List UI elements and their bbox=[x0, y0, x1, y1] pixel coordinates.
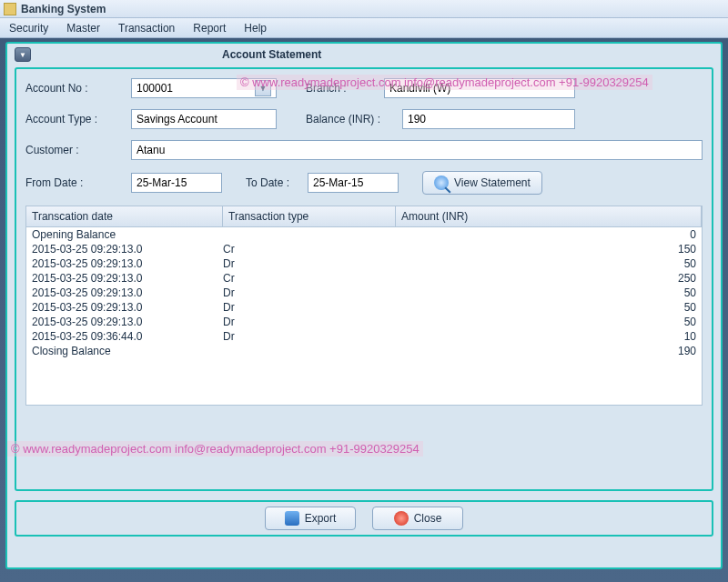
table-row[interactable]: 2015-03-25 09:36:44.0Dr10 bbox=[26, 329, 702, 344]
watermark-bottom: © www.readymadeproject.com info@readymad… bbox=[7, 441, 423, 457]
menu-master[interactable]: Master bbox=[66, 22, 100, 35]
watermark-top: © www.readymadeproject.com info@readymad… bbox=[237, 75, 652, 90]
menu-report[interactable]: Report bbox=[193, 22, 226, 35]
table-row[interactable]: Closing Balance190 bbox=[26, 344, 702, 358]
menu-help[interactable]: Help bbox=[244, 22, 267, 35]
table-row[interactable]: Opening Balance0 bbox=[26, 227, 702, 242]
save-icon bbox=[285, 511, 299, 526]
table-row[interactable]: 2015-03-25 09:29:13.0Dr50 bbox=[26, 315, 702, 329]
close-button[interactable]: Close bbox=[372, 507, 463, 530]
label-account-type: Account Type : bbox=[25, 113, 126, 125]
statement-panel: ▼ Account Statement Account No : 100001 … bbox=[5, 42, 723, 569]
table-row[interactable]: 2015-03-25 09:29:13.0Dr50 bbox=[26, 286, 702, 300]
close-icon bbox=[394, 511, 409, 526]
from-date-input[interactable]: 25-Mar-15 bbox=[131, 173, 222, 193]
view-statement-button[interactable]: View Statement bbox=[422, 171, 542, 195]
panel-title: Account Statement bbox=[222, 48, 321, 61]
table-row[interactable]: 2015-03-25 09:29:13.0Dr50 bbox=[26, 256, 702, 271]
table-header: Transcation date Transaction type Amount… bbox=[26, 206, 702, 227]
account-no-value: 100001 bbox=[136, 82, 173, 95]
to-date-input[interactable]: 25-Mar-15 bbox=[308, 173, 399, 193]
label-to-date: To Date : bbox=[246, 176, 302, 189]
titlebar: Banking System bbox=[0, 0, 728, 18]
label-balance: Balance (INR) : bbox=[306, 113, 397, 125]
menu-transaction[interactable]: Transaction bbox=[118, 22, 175, 35]
account-type-input[interactable]: Savings Account bbox=[131, 109, 277, 129]
footer-bar: Export Close bbox=[15, 500, 713, 537]
form-area: Account No : 100001 ▼ Branch : Kandivili… bbox=[15, 67, 713, 491]
collapse-button[interactable]: ▼ bbox=[15, 47, 31, 62]
statement-table: Transcation date Transaction type Amount… bbox=[25, 206, 703, 406]
table-body: Opening Balance02015-03-25 09:29:13.0Cr1… bbox=[26, 227, 702, 358]
balance-input[interactable]: 190 bbox=[402, 109, 575, 129]
label-customer: Customer : bbox=[25, 144, 126, 156]
table-row[interactable]: 2015-03-25 09:29:13.0Dr50 bbox=[26, 300, 702, 315]
col-type[interactable]: Transaction type bbox=[223, 206, 396, 226]
label-account-no: Account No : bbox=[25, 82, 126, 95]
menubar: Security Master Transaction Report Help bbox=[0, 18, 728, 38]
search-icon bbox=[434, 176, 449, 190]
col-date[interactable]: Transcation date bbox=[26, 206, 223, 226]
menu-security[interactable]: Security bbox=[9, 22, 48, 35]
table-row[interactable]: 2015-03-25 09:29:13.0Cr150 bbox=[26, 242, 702, 256]
table-row[interactable]: 2015-03-25 09:29:13.0Cr250 bbox=[26, 271, 702, 286]
app-icon bbox=[4, 3, 16, 15]
window-title: Banking System bbox=[21, 3, 106, 15]
export-button[interactable]: Export bbox=[265, 507, 356, 530]
col-amount[interactable]: Amount (INR) bbox=[396, 206, 702, 226]
label-from-date: From Date : bbox=[25, 176, 126, 189]
customer-input[interactable]: Atanu bbox=[131, 140, 703, 160]
